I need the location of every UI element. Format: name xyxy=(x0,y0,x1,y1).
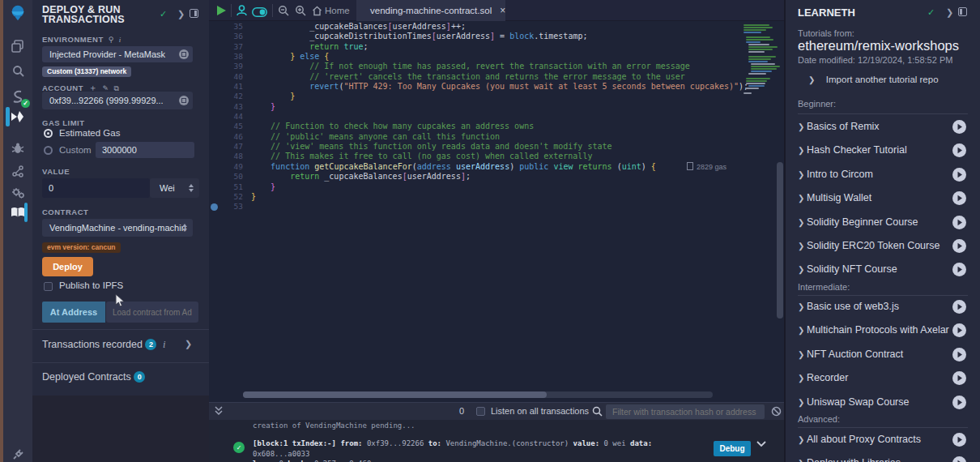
line-number[interactable]: 52 xyxy=(209,192,243,202)
line-number[interactable]: 42 xyxy=(209,92,243,101)
line-number[interactable]: 37 xyxy=(209,42,243,52)
solidity-compiler-icon[interactable]: ✓ xyxy=(9,88,27,105)
code-line[interactable]: 52} xyxy=(209,192,784,202)
tutorial-item[interactable]: ❯Hash Checker Tutorial xyxy=(798,143,968,160)
code-line[interactable]: 42 } xyxy=(209,92,784,101)
line-number[interactable]: 51 xyxy=(209,182,243,192)
custom-gas-radio[interactable] xyxy=(44,146,53,155)
learneth-pin-icon[interactable] xyxy=(958,7,967,18)
code-line[interactable]: 49 function getCupcakeBalanceFor(address… xyxy=(209,162,784,172)
ai-assistant-icon[interactable] xyxy=(236,4,248,20)
play-tutorial-button[interactable] xyxy=(952,239,966,253)
deploy-button[interactable]: Deploy xyxy=(42,257,93,276)
editor-vertical-scrollbar[interactable] xyxy=(777,162,783,319)
learneth-book-icon[interactable] xyxy=(9,203,27,221)
zoom-out-icon[interactable] xyxy=(278,5,289,19)
tutorial-item[interactable]: ❯Recorder xyxy=(798,371,968,387)
play-tutorial-button[interactable] xyxy=(952,433,966,447)
plug-icon[interactable]: ⚲ xyxy=(109,36,114,44)
line-number[interactable]: 45 xyxy=(209,122,243,131)
transactions-expand-icon[interactable]: ❯ xyxy=(185,339,192,349)
editor-horizontal-scrollbar[interactable] xyxy=(243,391,713,398)
code-line[interactable]: 37 return true; xyxy=(209,42,784,52)
zoom-in-icon[interactable] xyxy=(295,5,306,19)
line-number[interactable]: 40 xyxy=(209,72,243,82)
scrollbar-thumb[interactable] xyxy=(243,391,547,398)
play-tutorial-button[interactable] xyxy=(952,396,966,409)
tutorial-item[interactable]: ❯Intro to Circom xyxy=(798,168,968,184)
play-tutorial-button[interactable] xyxy=(952,191,966,205)
home-icon[interactable] xyxy=(312,5,322,19)
play-tutorial-button[interactable] xyxy=(952,456,966,462)
file-explorer-icon[interactable] xyxy=(9,37,27,55)
tx-expand-icon[interactable] xyxy=(756,441,766,449)
search-icon[interactable] xyxy=(9,62,27,79)
run-script-icon[interactable] xyxy=(216,5,227,19)
environment-select[interactable]: Injected Provider - MetaMask xyxy=(42,46,193,62)
code-line[interactable]: 40 // 'revert' cancels the transaction a… xyxy=(209,72,784,82)
chevron-right-icon[interactable]: ❯ xyxy=(798,459,804,462)
chevron-right-icon[interactable]: ❯ xyxy=(798,170,804,179)
code-line[interactable]: 45 // Function to check how many cupcake… xyxy=(209,122,784,131)
plugin-connect-icon[interactable] xyxy=(9,444,27,462)
close-tab-icon[interactable]: × xyxy=(500,5,505,16)
unit-stepper-icon[interactable] xyxy=(189,184,194,192)
file-tab[interactable]: vending-machine-contract.sol × xyxy=(356,0,505,21)
chevron-right-icon[interactable]: ❯ xyxy=(798,374,804,383)
chevron-right-icon[interactable]: ❯ xyxy=(798,122,804,131)
code-line[interactable]: 44 xyxy=(209,112,784,122)
line-number[interactable]: 48 xyxy=(209,152,243,161)
minimap[interactable] xyxy=(744,24,779,95)
transactions-info-icon[interactable]: i xyxy=(163,339,165,350)
source-control-icon[interactable] xyxy=(9,162,27,180)
environment-status-icon[interactable] xyxy=(179,49,189,59)
chevron-right-icon[interactable]: ❯ xyxy=(798,302,804,311)
deploy-panel-collapse-icon[interactable]: ❯ xyxy=(177,9,185,19)
chevron-right-icon[interactable]: ❯ xyxy=(798,242,804,250)
chevron-right-icon[interactable]: ❯ xyxy=(798,218,804,227)
line-number[interactable]: 39 xyxy=(209,62,243,71)
line-number[interactable]: 50 xyxy=(209,172,243,182)
deployed-contracts-row[interactable]: Deployed Contracts 0 xyxy=(42,371,145,383)
code-line[interactable]: 50 return _cupcakeBalances[userAddress]; xyxy=(209,172,784,182)
play-tutorial-button[interactable] xyxy=(952,120,966,134)
clear-console-icon[interactable] xyxy=(771,406,782,418)
code-line[interactable]: 35 _cupcakeBalances[userAddress]++; xyxy=(209,22,784,32)
tutorial-item[interactable]: ❯Multichain Protocols with Axelar xyxy=(798,323,968,340)
terminal-filter-input[interactable] xyxy=(606,404,765,419)
code-line[interactable]: 47 // 'view' means this function only re… xyxy=(209,142,784,152)
code-line[interactable]: 51 } xyxy=(209,182,784,192)
tutorial-item[interactable]: ❯Multisig Wallet xyxy=(798,191,968,207)
code-line[interactable]: 38 } else { xyxy=(209,52,784,62)
deploy-panel-pin-icon[interactable] xyxy=(190,9,198,19)
remix-logo[interactable] xyxy=(9,4,27,22)
terminal-output[interactable]: creation of VendingMachine pending... ✓ … xyxy=(209,420,784,462)
line-number[interactable]: 47 xyxy=(209,142,243,152)
account-select[interactable]: 0xf39...92266 (9999.99929... xyxy=(42,92,193,109)
chevron-right-icon[interactable]: ❯ xyxy=(798,194,804,203)
value-input[interactable] xyxy=(42,178,150,198)
copilot-toggle-icon[interactable] xyxy=(252,6,267,20)
contract-select-arrows-icon[interactable] xyxy=(182,224,188,232)
tutorial-item[interactable]: ❯Basics of Remix xyxy=(798,120,968,136)
terminal-expand-icon[interactable] xyxy=(215,406,223,417)
tutorial-item[interactable]: ❯Solidity NFT Course xyxy=(798,263,968,279)
value-unit-select[interactable]: Wei xyxy=(150,178,199,198)
deploy-run-icon[interactable] xyxy=(9,108,27,126)
tutorial-item[interactable]: ❯Uniswap Swap Course xyxy=(798,396,968,412)
transactions-recorded-row[interactable]: Transactions recorded 2 i xyxy=(42,339,165,351)
code-line[interactable]: 36 _cupcakeDistributionTimes[userAddress… xyxy=(209,32,784,41)
play-tutorial-button[interactable] xyxy=(952,300,966,314)
line-number[interactable]: 44 xyxy=(209,112,243,122)
tutorial-item[interactable]: ❯Solidity Beginner Course xyxy=(798,216,968,232)
chevron-right-icon[interactable]: ❯ xyxy=(798,146,804,155)
chevron-right-icon[interactable]: ❯ xyxy=(798,435,804,444)
terminal-search-icon[interactable] xyxy=(592,406,603,418)
code-editor[interactable]: 35 _cupcakeBalances[userAddress]++;36 _c… xyxy=(209,22,784,390)
chevron-right-icon[interactable]: ❯ xyxy=(798,265,804,274)
settings-icon[interactable] xyxy=(9,184,27,202)
line-number[interactable]: 35 xyxy=(209,22,243,32)
play-tutorial-button[interactable] xyxy=(952,143,966,157)
code-line[interactable]: 53 xyxy=(209,202,784,212)
debugger-icon[interactable] xyxy=(9,139,27,157)
